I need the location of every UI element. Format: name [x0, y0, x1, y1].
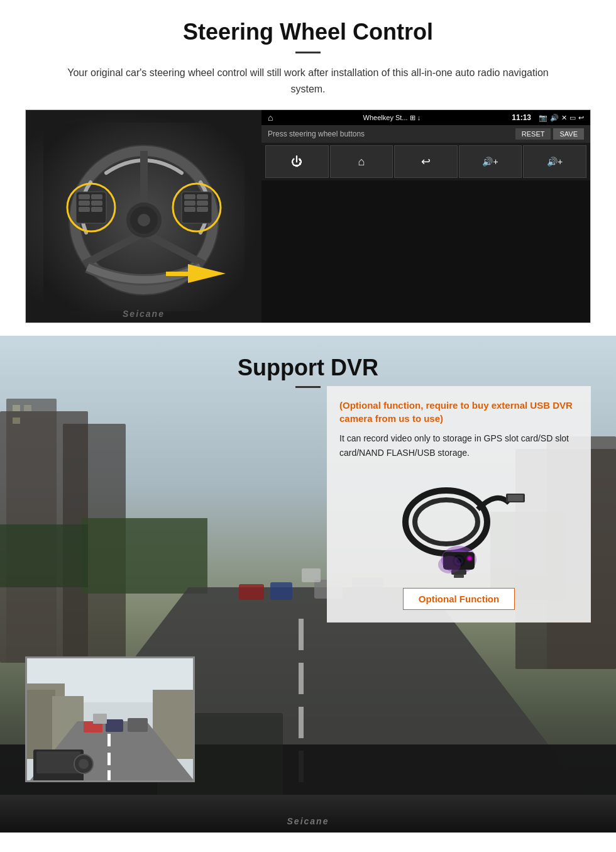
dvr-info-card: (Optional function, require to buy exter… [327, 386, 591, 622]
ctrl-btn-power[interactable]: ⏻ [265, 145, 329, 178]
svg-point-64 [438, 556, 461, 573]
dvr-product-area [339, 468, 578, 582]
ctrl-btn-back[interactable]: ↩ [394, 145, 458, 178]
svg-rect-35 [0, 524, 88, 587]
reset-button[interactable]: RESET [515, 128, 551, 140]
steering-image-container: Seicane ⌂ Wheelkey St... ⊞ ↓ 11:13 📷 🔊 ✕… [25, 109, 591, 323]
dvr-thumbnail [25, 656, 195, 782]
optional-function-button[interactable]: Optional Function [403, 588, 515, 610]
steering-subtitle: Your original car's steering wheel contr… [50, 65, 566, 97]
wheelkey-bar: Press steering wheel buttons RESET SAVE [261, 125, 590, 143]
home-icon: ⌂ [268, 113, 273, 123]
svg-rect-68 [27, 690, 55, 759]
svg-rect-75 [106, 719, 123, 732]
dvr-underline [295, 386, 321, 388]
svg-rect-17 [184, 194, 195, 199]
svg-rect-22 [197, 207, 208, 212]
statusbar-time: 11:13 [512, 113, 531, 122]
dvr-seicane-watermark: Seicane [287, 816, 329, 826]
dvr-card-text: It can record video only to storage in G… [339, 431, 578, 460]
ctrl-btn-vol-up[interactable]: 🔊+ [523, 145, 586, 178]
steering-photo: Seicane [26, 110, 261, 323]
dvr-title-wrap: Support DVR [25, 355, 591, 388]
svg-rect-14 [91, 201, 102, 206]
svg-rect-11 [79, 201, 90, 206]
svg-rect-76 [128, 718, 148, 732]
panel-dark-area [261, 180, 590, 323]
bottom-bar: Seicane [0, 795, 616, 833]
svg-rect-20 [197, 194, 208, 199]
statusbar-app-name: Wheelkey St... ⊞ ↓ [279, 114, 504, 122]
svg-rect-19 [184, 207, 195, 212]
volume-icon: 🔊 [550, 114, 559, 122]
svg-rect-13 [91, 194, 102, 199]
svg-rect-72 [107, 753, 111, 765]
seicane-watermark-steering: Seicane [123, 309, 165, 319]
dvr-camera-svg [390, 472, 528, 578]
steering-wheel-svg [43, 123, 245, 311]
statusbar-icons: 📷 🔊 ✕ ▭ ↩ [539, 114, 584, 122]
svg-point-81 [79, 759, 89, 769]
svg-point-8 [138, 214, 150, 226]
svg-rect-71 [107, 734, 111, 746]
back-icon: ↩ [578, 114, 584, 122]
svg-point-51 [415, 500, 478, 544]
svg-point-63 [466, 555, 473, 562]
optional-btn-wrap: Optional Function [339, 588, 578, 610]
thumbnail-scene-svg [27, 658, 195, 782]
close-icon: ✕ [561, 114, 567, 122]
svg-rect-12 [79, 207, 90, 212]
steering-title: Steering Wheel Control [25, 19, 591, 45]
svg-rect-53 [508, 495, 523, 501]
ctrl-btn-vol-down[interactable]: 🔊+ [459, 145, 522, 178]
dvr-card-title: (Optional function, require to buy exter… [339, 399, 578, 425]
svg-rect-77 [93, 714, 107, 724]
svg-rect-18 [184, 201, 195, 206]
svg-rect-37 [299, 663, 304, 694]
android-statusbar: ⌂ Wheelkey St... ⊞ ↓ 11:13 📷 🔊 ✕ ▭ ↩ [261, 110, 590, 125]
svg-rect-15 [91, 207, 102, 212]
dvr-section: Support DVR (Optional function, require … [0, 336, 616, 833]
wheelkey-buttons: RESET SAVE [515, 128, 584, 140]
camera-icon: 📷 [539, 114, 547, 122]
svg-rect-26 [166, 272, 191, 276]
svg-rect-44 [302, 568, 321, 582]
dvr-title: Support DVR [25, 355, 591, 381]
svg-rect-21 [197, 201, 208, 206]
svg-rect-10 [79, 194, 90, 199]
svg-rect-73 [107, 770, 111, 782]
svg-rect-34 [82, 518, 207, 594]
svg-rect-41 [270, 582, 292, 600]
dvr-thumbnail-inner [27, 658, 193, 780]
save-button[interactable]: SAVE [553, 128, 584, 140]
android-panel: ⌂ Wheelkey St... ⊞ ↓ 11:13 📷 🔊 ✕ ▭ ↩ Pre… [261, 110, 590, 323]
svg-rect-36 [299, 619, 304, 650]
wheelkey-instruction: Press steering wheel buttons [268, 130, 365, 138]
steering-section: Steering Wheel Control Your original car… [0, 0, 616, 336]
svg-rect-38 [299, 707, 304, 738]
control-buttons-row: ⏻ ⌂ ↩ 🔊+ 🔊+ [261, 143, 590, 180]
svg-rect-61 [454, 575, 464, 578]
ctrl-btn-home[interactable]: ⌂ [330, 145, 393, 178]
title-underline [295, 52, 321, 53]
svg-rect-40 [239, 584, 264, 600]
minimize-icon: ▭ [569, 114, 576, 122]
steering-wheel-visual [26, 110, 261, 323]
